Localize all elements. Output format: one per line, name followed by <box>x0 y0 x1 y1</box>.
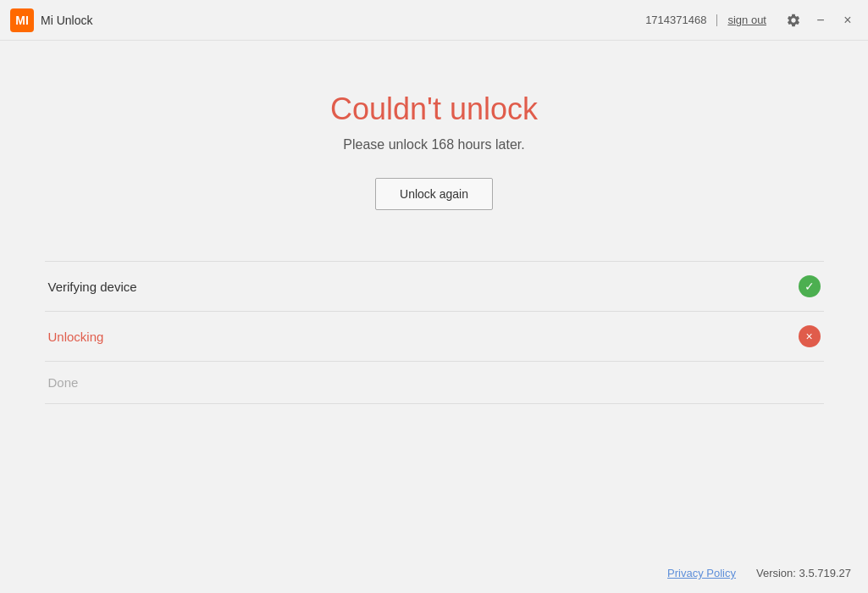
footer: Privacy Policy Version: 3.5.719.27 <box>667 567 851 579</box>
window-controls: − × <box>783 10 858 30</box>
step-row-unlocking: Unlocking × <box>45 311 824 361</box>
step-row-done: Done <box>45 361 824 404</box>
mi-logo: MI <box>10 8 34 32</box>
gear-icon <box>786 13 801 28</box>
minimize-icon: − <box>816 13 824 28</box>
vertical-divider <box>716 14 717 26</box>
sign-out-link[interactable]: sign out <box>727 14 766 26</box>
step-label-unlocking: Unlocking <box>48 330 104 344</box>
gear-button[interactable] <box>783 10 804 30</box>
step-label-verifying: Verifying device <box>48 280 137 294</box>
version-text: Version: 3.5.719.27 <box>756 567 851 579</box>
user-id: 1714371468 <box>645 14 706 26</box>
steps-section: Verifying device ✓ Unlocking × Done <box>45 261 824 404</box>
error-subtitle: Please unlock 168 hours later. <box>343 137 524 152</box>
step-row-verifying: Verifying device ✓ <box>45 261 824 311</box>
close-button[interactable]: × <box>838 10 858 30</box>
title-bar-left: MI Mi Unlock <box>10 8 92 32</box>
step-label-done: Done <box>48 375 79 390</box>
title-bar: MI Mi Unlock 1714371468 sign out − × <box>0 0 868 41</box>
close-icon: × <box>843 13 851 28</box>
minimize-button[interactable]: − <box>810 10 831 30</box>
step-success-icon: ✓ <box>799 275 821 297</box>
privacy-policy-link[interactable]: Privacy Policy <box>667 567 736 579</box>
unlock-again-button[interactable]: Unlock again <box>375 178 493 210</box>
step-error-icon: × <box>799 325 821 347</box>
app-title: Mi Unlock <box>41 14 92 27</box>
main-content: Couldn't unlock Please unlock 168 hours … <box>0 41 868 210</box>
error-title: Couldn't unlock <box>330 91 538 127</box>
title-bar-right: 1714371468 sign out − × <box>645 10 858 30</box>
